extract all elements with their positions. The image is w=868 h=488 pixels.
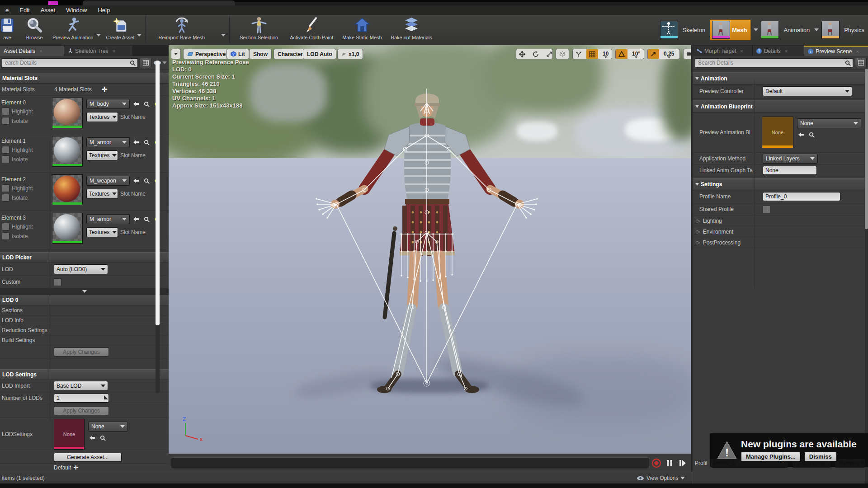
isolate-checkbox[interactable] <box>2 232 9 240</box>
environment-group-row[interactable]: ▷Environment <box>693 226 868 237</box>
make-static-mesh-button[interactable]: Make Static Mesh <box>338 15 386 40</box>
textures-dropdown[interactable]: Textures <box>86 189 118 199</box>
coordinate-system-button[interactable] <box>556 49 569 59</box>
mode-physics-label[interactable]: Physics <box>844 27 864 33</box>
preview-animation-button[interactable]: Preview Animation <box>48 15 98 40</box>
sections-row[interactable]: Sections <box>0 305 169 315</box>
camera-speed-button[interactable] <box>684 49 691 59</box>
isolate-checkbox[interactable] <box>2 194 9 202</box>
create-asset-dropdown[interactable] <box>137 34 142 37</box>
dismiss-button[interactable]: Dismiss <box>804 452 837 461</box>
scale-snap-toggle[interactable] <box>648 49 659 59</box>
lighting-group-row[interactable]: ▷Lighting <box>693 216 868 226</box>
material-thumbnail[interactable] <box>52 136 83 167</box>
playback-speed-button[interactable]: x1,0 <box>337 49 363 59</box>
close-icon[interactable]: × <box>740 48 743 54</box>
browse-to-asset-icon[interactable] <box>142 100 151 108</box>
activate-cloth-paint-button[interactable]: Activate Cloth Paint <box>285 15 338 40</box>
mode-animation-label[interactable]: Animation <box>783 27 810 33</box>
material-thumbnail[interactable] <box>52 98 83 128</box>
lod-import-dropdown[interactable]: Base LOD <box>54 381 108 391</box>
lod-settings-header[interactable]: LOD Settings <box>0 369 169 380</box>
scale-tool-button[interactable] <box>543 49 553 59</box>
view-options-button[interactable]: View Options <box>637 472 685 484</box>
column-view-button[interactable] <box>140 58 151 68</box>
highlight-checkbox[interactable] <box>2 223 9 230</box>
use-selected-asset-icon[interactable] <box>132 177 140 184</box>
tab-preview-scene[interactable]: i Preview Scene× <box>804 46 868 56</box>
reimport-base-mesh-button[interactable]: Reimport Base Mesh <box>148 15 215 40</box>
lod-dropdown[interactable]: Auto (LOD0) <box>54 264 108 274</box>
build-settings-row[interactable]: Build Settings <box>0 335 169 345</box>
material-combo[interactable]: M_body <box>86 99 130 109</box>
viewport-options-button[interactable] <box>171 49 181 59</box>
profile-name-input[interactable] <box>763 192 840 201</box>
pause-button[interactable] <box>664 457 675 469</box>
highlight-checkbox[interactable] <box>2 108 9 115</box>
right-panel-scrollbar[interactable] <box>865 69 868 488</box>
use-selected-asset-icon[interactable] <box>132 100 140 108</box>
material-combo[interactable]: M_armor <box>86 214 130 224</box>
lod-picker-header[interactable]: LOD Picker <box>0 252 169 263</box>
surface-snap-button[interactable] <box>573 49 585 59</box>
isolate-checkbox[interactable] <box>2 155 9 163</box>
reduction-settings-row[interactable]: Reduction Settings <box>0 325 169 335</box>
show-button[interactable]: Show <box>249 49 272 59</box>
tab-skeleton-tree[interactable]: Skeleton Tree× <box>64 46 133 56</box>
mesh-mode-dropdown[interactable] <box>754 28 758 31</box>
lodsettings-combo[interactable]: None <box>88 422 128 432</box>
move-tool-button[interactable] <box>516 49 528 59</box>
tab-details[interactable]: i Details× <box>753 46 804 56</box>
close-icon[interactable]: × <box>856 49 859 54</box>
add-per-platform-override-button[interactable]: ✛ <box>74 465 78 471</box>
material-thumbnail[interactable] <box>52 174 83 205</box>
browse-to-asset-icon[interactable] <box>807 131 816 138</box>
preview-animation-dropdown[interactable] <box>96 34 101 37</box>
lod0-header[interactable]: LOD 0 <box>0 295 169 305</box>
skeleton-mode-thumbnail[interactable] <box>660 21 678 39</box>
rotate-tool-button[interactable] <box>530 49 542 59</box>
browse-to-asset-icon[interactable] <box>142 139 151 146</box>
left-searchbox[interactable] <box>2 58 138 68</box>
tab-morph-target[interactable]: Morph Target× <box>693 46 753 56</box>
window-tab-accent[interactable] <box>48 1 58 5</box>
highlight-checkbox[interactable] <box>2 184 9 192</box>
animation-scrub-bar[interactable] <box>171 457 649 469</box>
preview-viewport[interactable]: Perspective Lit Show Character LOD Auto … <box>169 45 691 472</box>
preview-controller-dropdown[interactable]: Default <box>763 86 852 96</box>
step-forward-button[interactable] <box>677 457 689 469</box>
lod-auto-button[interactable]: LOD Auto <box>303 49 336 59</box>
animation-section-header[interactable]: Animation <box>693 72 868 84</box>
mesh-mode-button[interactable]: Mesh <box>710 19 751 40</box>
scale-snap-value[interactable]: 0,25 <box>661 49 677 59</box>
rotation-snap-value[interactable]: 10° <box>629 49 643 59</box>
grid-snap-toggle[interactable] <box>586 49 598 59</box>
perspective-button[interactable]: Perspective <box>183 49 230 59</box>
animation-mode-dropdown[interactable] <box>814 28 819 31</box>
lod-info-row[interactable]: LOD Info <box>0 315 169 325</box>
grid-snap-value[interactable]: 10 <box>600 49 611 59</box>
manage-plugins-button[interactable]: Manage Plugins... <box>741 452 801 461</box>
menu-asset[interactable]: Asset <box>35 5 61 15</box>
window-tab[interactable] <box>83 0 235 5</box>
close-icon[interactable]: × <box>785 48 788 54</box>
generate-asset-button[interactable]: Generate Asset... <box>54 453 122 462</box>
physics-mode-thumbnail[interactable] <box>821 21 840 39</box>
section-selection-button[interactable]: Section Selection <box>232 15 285 40</box>
browse-to-asset-icon[interactable] <box>99 434 107 441</box>
save-button[interactable]: ave <box>0 15 21 40</box>
custom-checkbox[interactable] <box>54 278 61 286</box>
material-combo[interactable]: M_weapon <box>86 176 130 186</box>
material-thumbnail[interactable] <box>52 213 83 244</box>
use-selected-asset-icon[interactable] <box>797 131 805 138</box>
left-panel-scrollbar[interactable] <box>156 61 160 393</box>
material-slots-header[interactable]: Material Slots <box>0 73 169 84</box>
isolate-checkbox[interactable] <box>2 117 9 125</box>
material-combo[interactable]: M_armor <box>86 137 130 147</box>
menu-file[interactable]: e <box>0 5 14 15</box>
character-button[interactable]: Character <box>274 49 307 59</box>
apply-changes-button[interactable]: Apply Changes <box>54 406 109 415</box>
postprocessing-group-row[interactable]: ▷PostProcessing <box>693 237 868 248</box>
highlight-checkbox[interactable] <box>2 146 9 154</box>
close-icon[interactable]: × <box>113 48 115 54</box>
